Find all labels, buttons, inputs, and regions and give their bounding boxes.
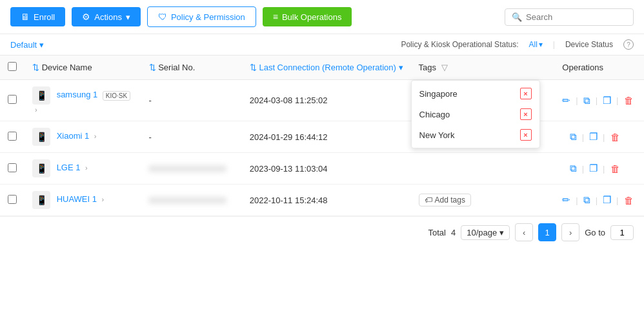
sort-icon-serial: ⇅ (149, 63, 156, 72)
search-container: 🔍 (505, 8, 634, 26)
total-label: Total (428, 228, 446, 237)
divider: | (553, 40, 555, 49)
col-connection-header[interactable]: ⇅ Last Connection (Remote Operation) ▾ (242, 55, 411, 80)
prev-icon: ‹ (523, 228, 525, 237)
row3-expand-arrow[interactable]: › (85, 164, 88, 172)
row1-close-singapore[interactable]: × (520, 88, 532, 99)
col-serial-header[interactable]: ⇅ Serial No. (141, 55, 242, 80)
row1-connection-cell: 2024-03-08 11:25:02 (242, 80, 411, 121)
row2-device-name[interactable]: Xiaomi 1 (57, 131, 90, 141)
row1-tag-dropdown: Singapore × Chicago × New York × (411, 80, 540, 148)
row1-connection: 2024-03-08 11:25:02 (250, 95, 328, 105)
row3-serial: XXXXXXXXXXXXXXX (149, 165, 226, 174)
policy-button[interactable]: 🛡 Policy & Permission (147, 6, 256, 27)
row3-copy-icon[interactable]: ⧉ (570, 163, 577, 174)
actions-button[interactable]: ⚙ Actions ▾ (72, 7, 141, 26)
col-device-header[interactable]: ⇅ Device Name (25, 55, 141, 80)
row1-device-name[interactable]: samsung 1 (57, 90, 98, 99)
row1-dropdown-item-newyork: New York × (412, 125, 539, 145)
device-table: ⇅ Device Name ⇅ Serial No. ⇅ Last Connec… (0, 55, 644, 216)
row3-tags-cell (411, 153, 555, 185)
row1-dropdown-item-chicago: Chicago × (412, 104, 539, 125)
row1-tags-cell: Singapore +2 🏷 Singapore × Chicago × (411, 80, 555, 121)
policy-status-filter[interactable]: All ▾ (528, 40, 542, 49)
row3-delete-icon[interactable]: 🗑 (610, 163, 620, 174)
tags-filter-icon[interactable]: ▽ (441, 63, 448, 72)
row3-serial-cell: XXXXXXXXXXXXXXX (141, 153, 242, 185)
goto-label: Go to (585, 228, 605, 237)
search-box: 🔍 (505, 8, 634, 26)
next-page-button[interactable]: › (561, 223, 579, 241)
row3-device-name[interactable]: LGE 1 (57, 163, 81, 172)
row1-delete-icon[interactable]: 🗑 (624, 95, 634, 106)
row2-checkbox-cell (0, 121, 25, 153)
sort-icon-conn: ⇅ (250, 63, 257, 72)
row1-checkbox-cell (0, 80, 25, 121)
col-tags-header: Tags ▽ (411, 55, 555, 80)
page-1-button[interactable]: 1 (538, 223, 556, 241)
bulk-operations-button[interactable]: ≡ Bulk Operations (263, 7, 352, 26)
row4-clone-icon[interactable]: ❐ (603, 194, 611, 206)
total-count: 4 (451, 228, 456, 237)
row3-clone-icon[interactable]: ❐ (589, 163, 598, 174)
row1-checkbox[interactable] (8, 95, 17, 104)
row1-device-icon: 📱 (32, 86, 50, 105)
row3-connection: 2023-09-13 11:03:04 (250, 164, 328, 174)
row1-edit-icon[interactable]: ✏ (562, 95, 570, 106)
page-size-select[interactable]: 10/page ▾ (461, 225, 510, 240)
table-row: 📱 Xiaomi 1 › - 2024-01-29 16:44:12 | ⧉ | (0, 121, 644, 153)
default-chevron-icon: ▾ (39, 40, 44, 50)
row2-expand-arrow[interactable]: › (94, 132, 97, 140)
table-row: 📱 HUAWEI 1 › XXXXXXXXXXXXXXX 2022-10-11 … (0, 185, 644, 216)
row2-clone-icon[interactable]: ❐ (589, 131, 598, 143)
row2-serial-cell: - (141, 121, 242, 153)
actions-gear-icon: ⚙ (82, 12, 90, 22)
device-status-label: Device Status (565, 40, 613, 49)
row4-device-name[interactable]: HUAWEI 1 (57, 194, 97, 204)
row2-serial: - (149, 132, 152, 142)
row4-delete-icon[interactable]: 🗑 (624, 195, 634, 206)
table-header: ⇅ Device Name ⇅ Serial No. ⇅ Last Connec… (0, 55, 644, 80)
row2-checkbox[interactable] (8, 132, 17, 141)
row2-delete-icon[interactable]: 🗑 (610, 132, 620, 143)
row1-kiosk-badge: KIO·SK (103, 91, 130, 101)
row1-serial: - (149, 95, 152, 105)
row4-connection: 2022-10-11 15:24:48 (250, 196, 328, 205)
row4-device-cell: 📱 HUAWEI 1 › (25, 185, 141, 216)
search-icon: 🔍 (512, 12, 522, 22)
row3-device-icon: 📱 (32, 159, 50, 177)
row4-expand-arrow[interactable]: › (102, 196, 105, 203)
row4-serial-cell: XXXXXXXXXXXXXXX (141, 185, 242, 216)
row1-copy-icon[interactable]: ⧉ (583, 95, 590, 106)
device-status-question-icon[interactable]: ? (623, 39, 634, 50)
row4-add-tags-button[interactable]: 🏷 Add tags (419, 194, 471, 206)
row4-checkbox[interactable] (8, 195, 17, 204)
row2-copy-icon[interactable]: ⧉ (570, 131, 577, 143)
row1-close-newyork[interactable]: × (520, 129, 532, 141)
row1-expand-arrow[interactable]: › (35, 106, 37, 114)
select-all-checkbox[interactable] (8, 62, 17, 71)
enroll-icon: 🖥 (21, 12, 30, 22)
default-filter[interactable]: Default ▾ (10, 40, 44, 50)
row4-edit-icon[interactable]: ✏ (562, 194, 570, 206)
row1-dropdown-tag-newyork: New York (419, 130, 455, 140)
policy-shield-icon: 🛡 (158, 12, 167, 22)
row4-copy-icon[interactable]: ⧉ (583, 194, 590, 206)
row3-checkbox[interactable] (8, 163, 17, 172)
search-input[interactable] (526, 12, 627, 22)
row3-checkbox-cell (0, 153, 25, 185)
prev-page-button[interactable]: ‹ (515, 223, 533, 241)
row4-device-icon: 📱 (32, 191, 50, 209)
row1-clone-icon[interactable]: ❐ (603, 95, 611, 106)
table-footer: Total 4 10/page ▾ ‹ 1 › Go to (0, 216, 644, 248)
toolbar: 🖥 Enroll ⚙ Actions ▾ 🛡 Policy & Permissi… (0, 0, 644, 34)
row3-device-cell: 📱 LGE 1 › (25, 153, 141, 185)
enroll-button[interactable]: 🖥 Enroll (10, 7, 65, 26)
row4-connection-cell: 2022-10-11 15:24:48 (242, 185, 411, 216)
page-size-value: 10/page (467, 228, 497, 237)
row1-dropdown-tag-singapore: Singapore (419, 89, 458, 99)
goto-input[interactable] (610, 225, 634, 240)
add-tags-icon: 🏷 (425, 196, 432, 205)
row1-close-chicago[interactable]: × (520, 108, 532, 120)
sort-icon-device: ⇅ (32, 63, 39, 72)
